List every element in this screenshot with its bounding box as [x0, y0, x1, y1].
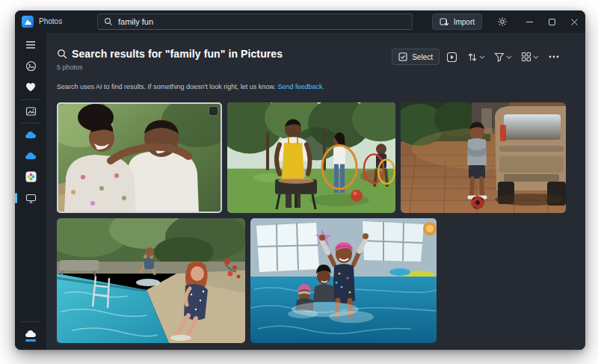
sidebar-navigation: [15, 33, 46, 350]
import-icon: [440, 17, 449, 27]
photo-thumbnail[interactable]: [227, 102, 395, 213]
cloud-icon: [25, 131, 37, 139]
sync-status-button[interactable]: [20, 324, 41, 342]
titlebar-right: Import: [432, 10, 585, 33]
sidebar-divider: [21, 123, 40, 123]
chevron-down-icon: [479, 55, 485, 59]
photo-thumbnail[interactable]: [57, 102, 222, 213]
albums-icon: [25, 106, 37, 117]
sync-progress-bar: [25, 339, 36, 342]
photo-grid-row: [57, 102, 585, 213]
app-title: Photos: [39, 17, 62, 25]
photo-thumbnail[interactable]: [57, 218, 245, 343]
import-label: Import: [454, 18, 475, 26]
search-input[interactable]: [118, 17, 406, 26]
search-icon: [104, 17, 113, 26]
search-results-icon: [57, 49, 67, 59]
app-body: Search results for "family fun" in Pictu…: [15, 33, 585, 350]
sidebar-divider: [21, 99, 40, 100]
desktop-background: Photos Import: [0, 0, 598, 364]
results-header: Search results for "family fun" in Pictu…: [57, 48, 585, 71]
settings-gear-icon[interactable]: [491, 10, 514, 33]
sidebar-divider: [21, 321, 40, 322]
icloud-photos-icon: [25, 171, 37, 182]
ai-disclaimer-text: Search uses AI to find results. If somet…: [57, 83, 277, 90]
search-box[interactable]: [97, 13, 413, 30]
photo-grid-row: [57, 218, 585, 343]
ai-disclaimer: Search uses AI to find results. If somet…: [57, 83, 585, 90]
maximize-button[interactable]: [540, 10, 563, 33]
photos-app-window: Photos Import: [15, 10, 585, 350]
photo-grid: [57, 102, 585, 343]
cloud-icon: [25, 152, 37, 160]
chevron-down-icon: [533, 55, 539, 59]
see-more-button[interactable]: [545, 49, 563, 65]
photo-thumbnail[interactable]: [401, 102, 566, 213]
sidebar-item-gallery[interactable]: [20, 57, 41, 75]
photo-count: 5 photos: [57, 64, 283, 71]
photo-select-checkbox[interactable]: [209, 106, 218, 116]
send-feedback-link[interactable]: Send feedback.: [277, 83, 324, 90]
sidebar-item-onedrive-photos[interactable]: [20, 126, 41, 144]
menu-button[interactable]: [20, 36, 41, 54]
title-block: Search results for "family fun" in Pictu…: [57, 48, 283, 71]
titlebar: Photos Import: [15, 10, 585, 33]
close-button[interactable]: [563, 10, 585, 33]
gallery-icon: [25, 61, 37, 72]
filter-button[interactable]: [491, 49, 515, 65]
minimize-button[interactable]: [518, 10, 540, 33]
cloud-sync-icon: [25, 330, 37, 338]
sidebar-bottom-group: [15, 324, 46, 350]
results-toolbar: Select: [392, 49, 563, 65]
select-label: Select: [412, 53, 433, 61]
photos-app-logo-icon: [22, 16, 34, 28]
select-checkbox-icon: [398, 52, 407, 61]
heart-icon: [25, 82, 36, 92]
selected-indicator: [15, 193, 17, 203]
sidebar-item-albums[interactable]: [20, 102, 41, 120]
hamburger-icon: [25, 40, 36, 49]
tile-view-button[interactable]: [518, 49, 542, 65]
sidebar-item-favorites[interactable]: [20, 78, 41, 96]
main-content: Search results for "family fun" in Pictu…: [46, 33, 585, 350]
photo-thumbnail[interactable]: [250, 218, 437, 343]
sidebar-item-this-pc[interactable]: [20, 189, 41, 207]
page-title: Search results for "family fun" in Pictu…: [72, 48, 283, 60]
select-button[interactable]: Select: [392, 49, 440, 65]
sidebar-item-icloud-photos[interactable]: [20, 167, 41, 185]
this-pc-monitor-icon: [25, 194, 37, 203]
sort-button[interactable]: [464, 49, 488, 65]
chevron-down-icon: [506, 55, 512, 59]
slideshow-button[interactable]: [443, 49, 461, 65]
sidebar-item-onedrive[interactable]: [20, 146, 41, 164]
import-button[interactable]: Import: [432, 13, 482, 30]
